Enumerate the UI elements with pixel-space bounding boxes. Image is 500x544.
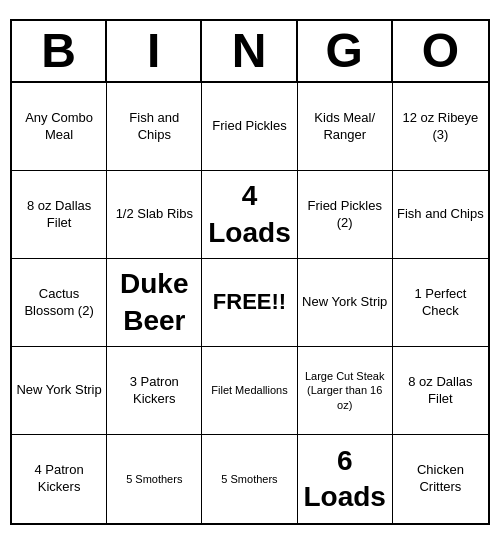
cell-text-18: Large Cut Steak (Larger than 16 oz) bbox=[302, 369, 388, 412]
bingo-cell-0: Any Combo Meal bbox=[12, 83, 107, 171]
bingo-cell-15: New York Strip bbox=[12, 347, 107, 435]
cell-text-8: Fried Pickles (2) bbox=[302, 198, 388, 232]
cell-text-16: 3 Patron Kickers bbox=[111, 374, 197, 408]
cell-text-6: 1/2 Slab Ribs bbox=[116, 206, 193, 223]
bingo-grid: Any Combo MealFish and ChipsFried Pickle… bbox=[12, 83, 488, 523]
bingo-cell-3: Kids Meal/ Ranger bbox=[298, 83, 393, 171]
bingo-cell-9: Fish and Chips bbox=[393, 171, 488, 259]
cell-text-11: Duke Beer bbox=[111, 266, 197, 339]
header-letter-n: N bbox=[202, 21, 297, 81]
bingo-cell-16: 3 Patron Kickers bbox=[107, 347, 202, 435]
bingo-header: BINGO bbox=[12, 21, 488, 83]
cell-text-21: 5 Smothers bbox=[126, 472, 182, 486]
bingo-cell-17: Filet Medallions bbox=[202, 347, 297, 435]
bingo-cell-22: 5 Smothers bbox=[202, 435, 297, 523]
bingo-cell-14: 1 Perfect Check bbox=[393, 259, 488, 347]
cell-text-2: Fried Pickles bbox=[212, 118, 286, 135]
cell-text-22: 5 Smothers bbox=[221, 472, 277, 486]
bingo-cell-13: New York Strip bbox=[298, 259, 393, 347]
cell-text-23: 6 Loads bbox=[302, 443, 388, 516]
bingo-cell-11: Duke Beer bbox=[107, 259, 202, 347]
cell-text-20: 4 Patron Kickers bbox=[16, 462, 102, 496]
cell-text-9: Fish and Chips bbox=[397, 206, 484, 223]
cell-text-0: Any Combo Meal bbox=[16, 110, 102, 144]
header-letter-g: G bbox=[298, 21, 393, 81]
bingo-cell-7: 4 Loads bbox=[202, 171, 297, 259]
cell-text-7: 4 Loads bbox=[206, 178, 292, 251]
cell-text-19: 8 oz Dallas Filet bbox=[397, 374, 484, 408]
cell-text-15: New York Strip bbox=[16, 382, 101, 399]
bingo-cell-24: Chicken Critters bbox=[393, 435, 488, 523]
bingo-cell-23: 6 Loads bbox=[298, 435, 393, 523]
bingo-cell-10: Cactus Blossom (2) bbox=[12, 259, 107, 347]
bingo-cell-21: 5 Smothers bbox=[107, 435, 202, 523]
cell-text-13: New York Strip bbox=[302, 294, 387, 311]
bingo-cell-4: 12 oz Ribeye (3) bbox=[393, 83, 488, 171]
bingo-cell-12: FREE!! bbox=[202, 259, 297, 347]
bingo-cell-18: Large Cut Steak (Larger than 16 oz) bbox=[298, 347, 393, 435]
cell-text-3: Kids Meal/ Ranger bbox=[302, 110, 388, 144]
header-letter-o: O bbox=[393, 21, 488, 81]
cell-text-4: 12 oz Ribeye (3) bbox=[397, 110, 484, 144]
cell-text-10: Cactus Blossom (2) bbox=[16, 286, 102, 320]
bingo-cell-5: 8 oz Dallas Filet bbox=[12, 171, 107, 259]
cell-text-17: Filet Medallions bbox=[211, 383, 287, 397]
bingo-card: BINGO Any Combo MealFish and ChipsFried … bbox=[10, 19, 490, 525]
bingo-cell-8: Fried Pickles (2) bbox=[298, 171, 393, 259]
cell-text-1: Fish and Chips bbox=[111, 110, 197, 144]
header-letter-b: B bbox=[12, 21, 107, 81]
bingo-cell-1: Fish and Chips bbox=[107, 83, 202, 171]
header-letter-i: I bbox=[107, 21, 202, 81]
cell-text-5: 8 oz Dallas Filet bbox=[16, 198, 102, 232]
cell-text-12: FREE!! bbox=[213, 288, 286, 317]
bingo-cell-2: Fried Pickles bbox=[202, 83, 297, 171]
cell-text-24: Chicken Critters bbox=[397, 462, 484, 496]
cell-text-14: 1 Perfect Check bbox=[397, 286, 484, 320]
bingo-cell-6: 1/2 Slab Ribs bbox=[107, 171, 202, 259]
bingo-cell-19: 8 oz Dallas Filet bbox=[393, 347, 488, 435]
bingo-cell-20: 4 Patron Kickers bbox=[12, 435, 107, 523]
